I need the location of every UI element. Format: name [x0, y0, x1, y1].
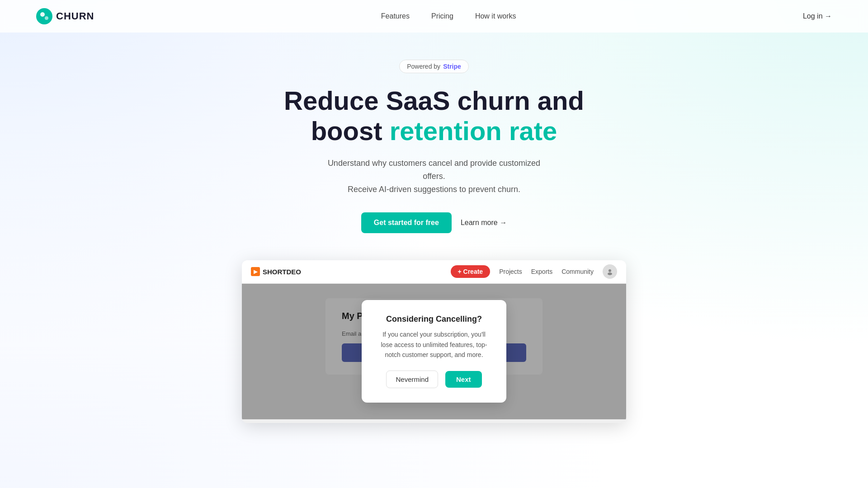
svg-point-0 — [36, 8, 52, 24]
svg-point-2 — [45, 16, 48, 20]
hero-subtitle-line1: Understand why customers cancel and prov… — [328, 159, 540, 181]
app-logo-text: SHORTDEO — [263, 268, 301, 276]
nav-how-it-works[interactable]: How it works — [475, 12, 516, 20]
get-started-button[interactable]: Get started for free — [361, 212, 452, 233]
svg-point-4 — [608, 272, 612, 275]
logo-text: CHURN — [56, 10, 94, 22]
nevermind-button[interactable]: Nevermind — [386, 371, 438, 388]
app-body: My Profile Email address Reset password … — [242, 284, 626, 419]
nav-pricing[interactable]: Pricing — [431, 12, 453, 20]
app-logo: ▶ SHORTDEO — [251, 267, 301, 276]
modal-title: Considering Cancelling? — [378, 314, 490, 324]
logo[interactable]: CHURN — [36, 8, 94, 24]
stripe-brand: Stripe — [443, 63, 461, 70]
mockup-container: ▶ SHORTDEO + Create Projects Exports Com… — [0, 260, 868, 423]
powered-badge: Powered by Stripe — [399, 60, 469, 73]
hero-title: Reduce SaaS churn and boost retention ra… — [284, 86, 584, 146]
modal-body: If you cancel your subscription, you'll … — [378, 329, 490, 360]
hero-title-line2-plain: boost — [311, 116, 390, 145]
nav-links: Features Pricing How it works — [381, 12, 516, 20]
modal-overlay: Considering Cancelling? If you cancel yo… — [242, 284, 626, 419]
hero-title-line1: Reduce SaaS churn and — [284, 86, 584, 115]
powered-prefix: Powered by — [407, 63, 440, 70]
navbar: CHURN Features Pricing How it works Log … — [0, 0, 868, 33]
app-nav-community[interactable]: Community — [561, 268, 594, 275]
svg-point-1 — [40, 12, 45, 17]
cancel-modal: Considering Cancelling? If you cancel yo… — [362, 300, 506, 403]
learn-more-button[interactable]: Learn more → — [461, 219, 507, 227]
logo-icon — [36, 8, 52, 24]
hero-title-highlight: retention rate — [390, 116, 557, 145]
app-user-avatar[interactable] — [603, 264, 617, 279]
hero-subtitle-line2: Receive AI-driven suggestions to prevent… — [348, 185, 520, 194]
next-button[interactable]: Next — [445, 371, 482, 388]
app-topbar: ▶ SHORTDEO + Create Projects Exports Com… — [242, 260, 626, 284]
app-topbar-right: + Create Projects Exports Community — [451, 264, 618, 279]
hero-actions: Get started for free Learn more → — [361, 212, 507, 233]
app-window: ▶ SHORTDEO + Create Projects Exports Com… — [242, 260, 626, 423]
hero-subtitle: Understand why customers cancel and prov… — [316, 157, 552, 196]
app-logo-icon: ▶ — [251, 267, 260, 276]
app-nav-exports[interactable]: Exports — [531, 268, 552, 275]
hero-section: Powered by Stripe Reduce SaaS churn and … — [0, 33, 868, 251]
nav-features[interactable]: Features — [381, 12, 410, 20]
login-button[interactable]: Log in → — [803, 12, 832, 20]
svg-point-3 — [609, 269, 611, 272]
app-nav-projects[interactable]: Projects — [499, 268, 522, 275]
modal-actions: Nevermind Next — [378, 371, 490, 388]
app-create-button[interactable]: + Create — [451, 265, 491, 278]
